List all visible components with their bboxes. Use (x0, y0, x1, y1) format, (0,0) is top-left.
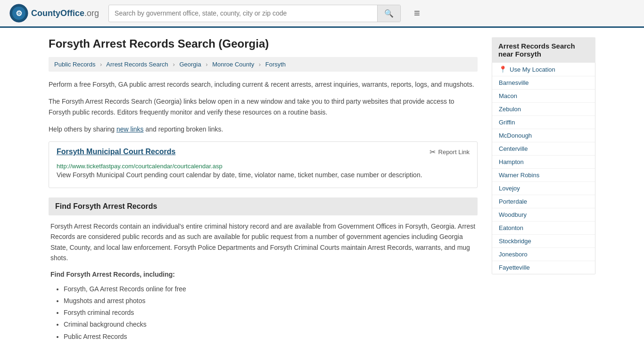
list-item: Forsyth criminal records (64, 307, 476, 319)
find-section-list: Forsyth, GA Arrest Records online for fr… (50, 283, 476, 343)
record-card-header: Forsyth Municipal Court Records ✂ Report… (49, 142, 477, 162)
sidebar-item-macon[interactable]: Macon (492, 90, 595, 103)
report-icon: ✂ (429, 148, 436, 156)
sidebar-item-centerville[interactable]: Centerville (492, 142, 595, 156)
breadcrumb-separator: › (100, 61, 102, 68)
find-section-list-title: Find Forsyth Arrest Records, including: (50, 269, 476, 280)
sidebar-item-mcdonough[interactable]: McDonough (492, 129, 595, 142)
breadcrumb-link-arrest-records-search[interactable]: Arrest Records Search (106, 61, 168, 68)
breadcrumb-separator: › (206, 61, 207, 68)
description-3-post: and reporting broken links. (144, 125, 223, 133)
breadcrumb-separator: › (173, 61, 174, 68)
sidebar-link-woodbury[interactable]: Woodbury (499, 211, 527, 218)
description-2: The Forsyth Arrest Records Search (Georg… (49, 96, 478, 117)
find-section: Find Forsyth Arrest Records Forsyth Arre… (49, 197, 478, 343)
record-card-title-link[interactable]: Forsyth Municipal Court Records (57, 148, 175, 156)
search-icon: 🔍 (384, 9, 394, 17)
logo-icon: ⚙ (9, 4, 28, 23)
sidebar: Arrest Records Search near Forsyth 📍 Use… (492, 37, 595, 343)
sidebar-link-porterdale[interactable]: Porterdale (499, 198, 527, 205)
sidebar-link-eatonton[interactable]: Eatonton (499, 224, 523, 231)
sidebar-link-fayetteville[interactable]: Fayetteville (499, 264, 530, 271)
breadcrumb-link-forsyth[interactable]: Forsyth (265, 61, 286, 68)
use-my-location-label: Use My Location (510, 66, 555, 73)
sidebar-item-stockbridge[interactable]: Stockbridge (492, 235, 595, 248)
page-title: Forsyth Arrest Records Search (Georgia) (49, 37, 478, 50)
hamburger-icon: ≡ (414, 7, 420, 19)
breadcrumb: Public Records › Arrest Records Search ›… (49, 57, 478, 72)
sidebar-link-hampton[interactable]: Hampton (499, 158, 524, 165)
sidebar-item-griffin[interactable]: Griffin (492, 116, 595, 129)
report-link-label: Report Link (438, 148, 470, 156)
sidebar-item-lovejoy[interactable]: Lovejoy (492, 182, 595, 195)
sidebar-item-porterdale[interactable]: Porterdale (492, 195, 595, 208)
sidebar-link-macon[interactable]: Macon (499, 92, 517, 99)
find-section-body: Forsyth Arrest Records contain an indivi… (49, 221, 478, 343)
search-button[interactable]: 🔍 (377, 5, 400, 22)
main-content: Forsyth Arrest Records Search (Georgia) … (49, 37, 478, 343)
sidebar-link-lovejoy[interactable]: Lovejoy (499, 185, 520, 192)
sidebar-item-warner-robins[interactable]: Warner Robins (492, 169, 595, 182)
list-item: Criminal background checks (64, 319, 476, 330)
search-input[interactable] (109, 6, 377, 21)
sidebar-item-hampton[interactable]: Hampton (492, 156, 595, 169)
record-card: Forsyth Municipal Court Records ✂ Report… (49, 141, 478, 188)
sidebar-link-stockbridge[interactable]: Stockbridge (499, 238, 531, 245)
sidebar-item-woodbury[interactable]: Woodbury (492, 208, 595, 222)
description-1: Perform a free Forsyth, GA public arrest… (49, 79, 478, 90)
find-section-header: Find Forsyth Arrest Records (49, 197, 478, 215)
sidebar-link-zebulon[interactable]: Zebulon (499, 106, 521, 113)
breadcrumb-link-public-records[interactable]: Public Records (54, 61, 95, 68)
sidebar-link-griffin[interactable]: Griffin (499, 119, 515, 126)
sidebar-item-jonesboro[interactable]: Jonesboro (492, 248, 595, 261)
sidebar-link-mcdonough[interactable]: McDonough (499, 132, 532, 139)
sidebar-link-centerville[interactable]: Centerville (499, 145, 528, 152)
sidebar-link-warner-robins[interactable]: Warner Robins (499, 172, 539, 179)
svg-text:⚙: ⚙ (16, 9, 22, 17)
sidebar-location-list: 📍 Use My Location Barnesville Macon Zebu… (492, 63, 595, 274)
sidebar-title: Arrest Records Search near Forsyth (492, 37, 595, 63)
find-section-para: Forsyth Arrest Records contain an indivi… (50, 221, 476, 263)
record-card-description: View Forsyth Municipal Court pending cou… (49, 170, 477, 188)
hamburger-menu-button[interactable]: ≡ (410, 5, 424, 21)
list-item: Forsyth, GA Arrest Records online for fr… (64, 283, 476, 295)
report-link-button[interactable]: ✂ Report Link (429, 148, 470, 156)
sidebar-link-jonesboro[interactable]: Jonesboro (499, 251, 528, 258)
sidebar-item-zebulon[interactable]: Zebulon (492, 103, 595, 116)
sidebar-item-fayetteville[interactable]: Fayetteville (492, 261, 595, 274)
list-item: Public Arrest Records (64, 331, 476, 343)
description-3: Help others by sharing new links and rep… (49, 124, 478, 134)
sidebar-item-eatonton[interactable]: Eatonton (492, 222, 595, 235)
breadcrumb-link-monroe-county[interactable]: Monroe County (212, 61, 254, 68)
new-links-link[interactable]: new links (116, 125, 144, 133)
breadcrumb-separator: › (259, 61, 261, 68)
search-container: 🔍 (108, 5, 401, 22)
sidebar-item-barnesville[interactable]: Barnesville (492, 76, 595, 90)
breadcrumb-link-georgia[interactable]: Georgia (179, 61, 201, 68)
logo[interactable]: ⚙ CountyOffice.org (9, 4, 99, 23)
logo-text: CountyOffice.org (31, 8, 99, 18)
description-3-pre: Help others by sharing (49, 125, 116, 133)
list-item: Mugshots and arrest photos (64, 295, 476, 307)
use-my-location-item[interactable]: 📍 Use My Location (492, 63, 595, 76)
sidebar-link-barnesville[interactable]: Barnesville (499, 79, 529, 86)
pin-icon: 📍 (499, 66, 507, 73)
